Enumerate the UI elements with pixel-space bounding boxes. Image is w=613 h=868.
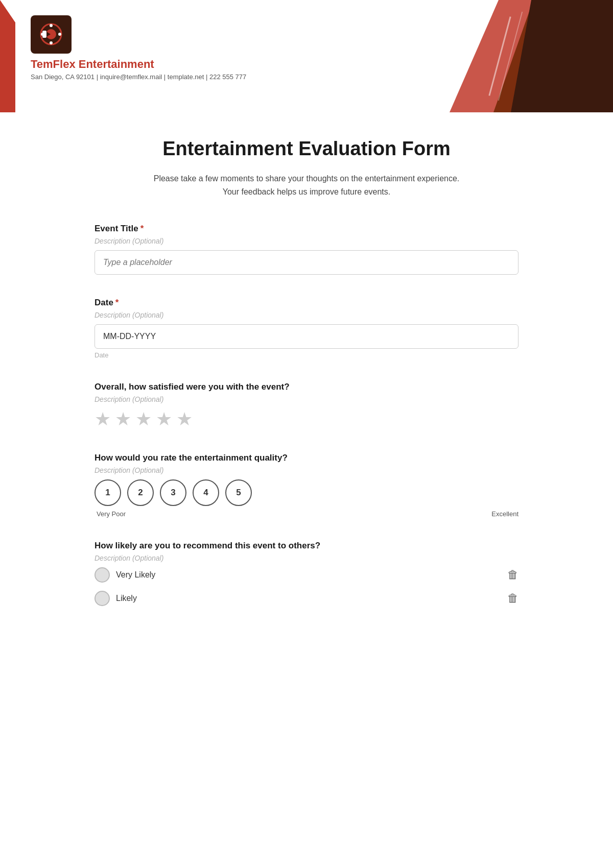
radio-likely-circle[interactable] <box>95 591 110 606</box>
field-date: Date* Description (Optional) Date <box>95 298 518 359</box>
star-rating: ★ ★ ★ ★ ★ <box>95 408 518 430</box>
radio-very-likely-circle[interactable] <box>95 567 110 583</box>
svg-point-5 <box>50 41 53 44</box>
recommend-description: Description (Optional) <box>95 554 518 562</box>
star-5[interactable]: ★ <box>176 408 193 430</box>
header: TemFlex Entertainment San Diego, CA 9210… <box>0 0 613 112</box>
quality-description: Description (Optional) <box>95 466 518 474</box>
star-1[interactable]: ★ <box>95 408 111 430</box>
field-event-title: Event Title* Description (Optional) <box>95 224 518 275</box>
rating-4[interactable]: 4 <box>193 479 219 506</box>
required-indicator: * <box>140 224 144 233</box>
satisfaction-description: Description (Optional) <box>95 395 518 403</box>
rating-3[interactable]: 3 <box>160 479 186 506</box>
field-quality: How would you rate the entertainment qua… <box>95 453 518 518</box>
header-decoration <box>398 0 613 112</box>
satisfaction-label: Overall, how satisfied were you with the… <box>95 382 518 392</box>
radio-very-likely: Very Likely 🗑 <box>95 567 518 583</box>
svg-point-6 <box>41 33 44 36</box>
rating-labels: Very Poor Excellent <box>95 510 518 518</box>
rating-1[interactable]: 1 <box>95 479 121 506</box>
radio-likely-label: Likely <box>116 594 137 603</box>
star-3[interactable]: ★ <box>135 408 152 430</box>
date-input[interactable] <box>95 324 518 349</box>
svg-point-4 <box>50 24 53 27</box>
star-4[interactable]: ★ <box>156 408 172 430</box>
header-logo-area: TemFlex Entertainment San Diego, CA 9210… <box>31 15 246 81</box>
radio-very-likely-label: Very Likely <box>116 570 155 580</box>
company-name: TemFlex Entertainment <box>31 58 246 71</box>
number-rating: 1 2 3 4 5 <box>95 479 518 506</box>
required-indicator-date: * <box>115 298 119 307</box>
rating-label-high: Excellent <box>491 510 518 518</box>
radio-likely: Likely 🗑 <box>95 591 518 606</box>
field-recommend: How likely are you to recommend this eve… <box>95 541 518 606</box>
event-title-description: Description (Optional) <box>95 237 518 245</box>
date-description: Description (Optional) <box>95 311 518 319</box>
header-left-accent <box>0 0 15 112</box>
form-subtitle: Please take a few moments to share your … <box>95 172 518 198</box>
event-title-input[interactable] <box>95 250 518 275</box>
company-info: San Diego, CA 92101 | inquire@temflex.ma… <box>31 73 246 81</box>
recommend-label: How likely are you to recommend this eve… <box>95 541 518 551</box>
date-label: Date* <box>95 298 518 308</box>
field-satisfaction: Overall, how satisfied were you with the… <box>95 382 518 430</box>
rating-5[interactable]: 5 <box>225 479 252 506</box>
rating-label-low: Very Poor <box>97 510 126 518</box>
delete-very-likely-button[interactable]: 🗑 <box>507 568 518 582</box>
form-title: Entertainment Evaluation Form <box>95 138 518 160</box>
quality-label: How would you rate the entertainment qua… <box>95 453 518 463</box>
star-2[interactable]: ★ <box>115 408 131 430</box>
event-title-label: Event Title* <box>95 224 518 234</box>
company-logo <box>31 15 72 54</box>
subtitle-line1: Please take a few moments to share your … <box>154 174 460 183</box>
delete-likely-button[interactable]: 🗑 <box>507 592 518 605</box>
form-content: Entertainment Evaluation Form Please tak… <box>0 112 613 655</box>
subtitle-line2: Your feedback helps us improve future ev… <box>223 187 391 196</box>
rating-2[interactable]: 2 <box>127 479 154 506</box>
svg-point-7 <box>58 33 61 36</box>
date-hint: Date <box>95 351 518 359</box>
